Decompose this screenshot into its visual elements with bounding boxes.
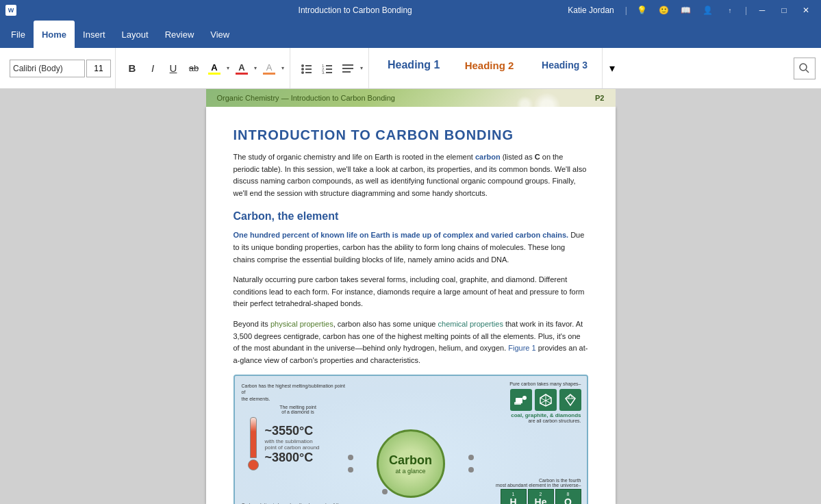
heading2-style[interactable]: Heading 2 [451, 48, 527, 82]
svg-line-16 [806, 70, 809, 73]
format-group: B I U ab A ▾ A ▾ A ▾ [118, 48, 290, 88]
svg-point-0 [301, 64, 304, 67]
numbered-list-button[interactable]: 1. 2. 3. [318, 59, 337, 78]
element-boxes: 1 H 1.00794 2 He 4.00260 8 O 15.9994 [468, 489, 581, 504]
close-button[interactable]: ✕ [796, 1, 816, 20]
menu-layout[interactable]: Layout [114, 21, 157, 48]
minimize-button[interactable]: ─ [753, 1, 772, 20]
document-title: INTRODUCTION TO CARBON BONDING [233, 127, 588, 143]
svg-point-18 [522, 396, 527, 400]
chemical-properties-link[interactable]: chemical properties [438, 320, 503, 328]
thermometer-area: Carbon has the highest melting/sublimati… [242, 383, 348, 464]
svg-rect-7 [326, 65, 332, 66]
header-banner: Organic Chemistry — Introduction to Carb… [206, 89, 616, 107]
svg-rect-9 [326, 68, 332, 70]
search-button[interactable] [794, 58, 816, 79]
clear-format-button[interactable]: A [260, 62, 279, 75]
bullet-list-icon [301, 62, 313, 75]
svg-rect-13 [342, 68, 353, 69]
connector-dot-4 [348, 467, 353, 473]
section1-para3: Beyond its physical properties, carbon a… [233, 318, 588, 366]
heading3-style[interactable]: Heading 3 [527, 48, 602, 82]
menu-insert[interactable]: Insert [75, 21, 114, 48]
carbon-link[interactable]: carbon [475, 153, 501, 161]
share-icon[interactable]: ↑ [720, 1, 740, 20]
forms-subtext: are all carbon structures. [468, 418, 581, 423]
numbered-list-icon: 1. 2. 3. [321, 62, 333, 75]
intro-paragraph: The study of organic chemistry and life … [233, 151, 588, 199]
styles-expand-button[interactable]: ▾ [602, 48, 621, 88]
highlight-color-bar [208, 73, 220, 75]
font-group [5, 48, 116, 88]
clear-format-dropdown[interactable]: ▾ [280, 65, 286, 71]
intro-text-2: (listed as [501, 153, 535, 161]
carbon-infographic: Carbon has the highest melting/sublimati… [233, 375, 588, 504]
svg-rect-3 [305, 68, 312, 70]
forms-top-label: Pure carbon takes many shapes– [468, 381, 581, 386]
section1-heading: Carbon, the element [233, 210, 588, 223]
c-bold: C [535, 153, 540, 161]
para3-before-phys: Beyond its [233, 320, 270, 328]
forms-icons-group [468, 389, 581, 411]
svg-rect-11 [326, 72, 332, 73]
lightbulb-icon[interactable]: 💡 [633, 1, 652, 20]
melting-point-label: Carbon has the highest melting/sublimati… [242, 383, 348, 401]
underline-button[interactable]: U [164, 59, 183, 78]
menu-view[interactable]: View [202, 21, 238, 48]
carbon-center-circle: Carbon at a glance [377, 429, 445, 498]
svg-point-15 [800, 64, 807, 71]
menu-home[interactable]: Home [34, 21, 75, 48]
font-name-input[interactable] [10, 60, 85, 77]
section1-para2: Naturally occurring pure carbon takes se… [233, 274, 588, 310]
highlight-dropdown[interactable]: ▾ [225, 65, 231, 71]
list-group: 1. 2. 3. ▾ [293, 48, 369, 88]
font-color-bar [236, 73, 248, 75]
font-size-input[interactable] [86, 60, 111, 77]
menu-review[interactable]: Review [157, 21, 203, 48]
maximize-button[interactable]: □ [774, 1, 794, 20]
carbon-circle-title: Carbon [389, 453, 432, 468]
temp2-value: ~3800°C [265, 451, 320, 465]
justify-button[interactable] [338, 59, 357, 78]
intro-text-1: The study of organic chemistry and life … [233, 153, 475, 161]
emoji-icon[interactable]: 🙂 [655, 1, 674, 20]
coal-icon [510, 389, 532, 411]
document-container: Organic Chemistry — Introduction to Carb… [0, 89, 821, 504]
svg-marker-24 [566, 394, 575, 405]
svg-text:3.: 3. [322, 71, 325, 75]
expand-icon: ▾ [609, 62, 615, 75]
paragraph-dropdown[interactable]: ▾ [359, 65, 364, 71]
heading1-style[interactable]: Heading 1 [376, 48, 451, 82]
carbon-chains-link[interactable]: One hundred percent of known life on Ear… [233, 231, 569, 239]
diamond-icon [559, 389, 581, 411]
figure1-link[interactable]: Figure 1 [508, 344, 535, 352]
elements-label: Carbon is the fourthmost abundant elemen… [468, 478, 581, 488]
oxygen-element: 8 O 15.9994 [555, 489, 581, 504]
strikethrough-button[interactable]: ab [184, 59, 203, 78]
bullet-list-button[interactable] [297, 59, 316, 78]
helium-element: 2 He 4.00260 [528, 489, 554, 504]
font-color-dropdown[interactable]: ▾ [253, 65, 258, 71]
italic-button[interactable]: I [143, 59, 162, 78]
connector-dot-1 [348, 455, 353, 460]
book-icon[interactable]: 📖 [677, 1, 696, 20]
bold-button[interactable]: B [123, 59, 142, 78]
svg-point-2 [301, 68, 304, 71]
carbon-forms-area: Pure carbon takes many shapes– [468, 381, 581, 423]
svg-point-4 [301, 71, 304, 74]
sublimation-label: with the sublimationpoint of carbon arou… [265, 438, 320, 451]
elements-area: Carbon is the fourthmost abundant elemen… [468, 478, 581, 504]
temp1-value: ~3550°C [265, 424, 320, 438]
section1-para1: One hundred percent of known life on Ear… [233, 229, 588, 266]
clear-format-bar [263, 73, 275, 75]
page-number: P2 [595, 94, 604, 102]
search-icon [799, 63, 810, 74]
highlight-button[interactable]: A [205, 62, 224, 75]
hydrogen-element: 1 H 1.00794 [501, 489, 527, 504]
menu-file[interactable]: File [3, 21, 34, 48]
font-color-button[interactable]: A [232, 62, 251, 75]
physical-properties-link[interactable]: physical properties [270, 320, 333, 328]
person-icon[interactable]: 👤 [698, 1, 718, 20]
breadcrumb-text: Organic Chemistry — Introduction to Carb… [217, 94, 395, 102]
svg-rect-5 [305, 72, 312, 73]
